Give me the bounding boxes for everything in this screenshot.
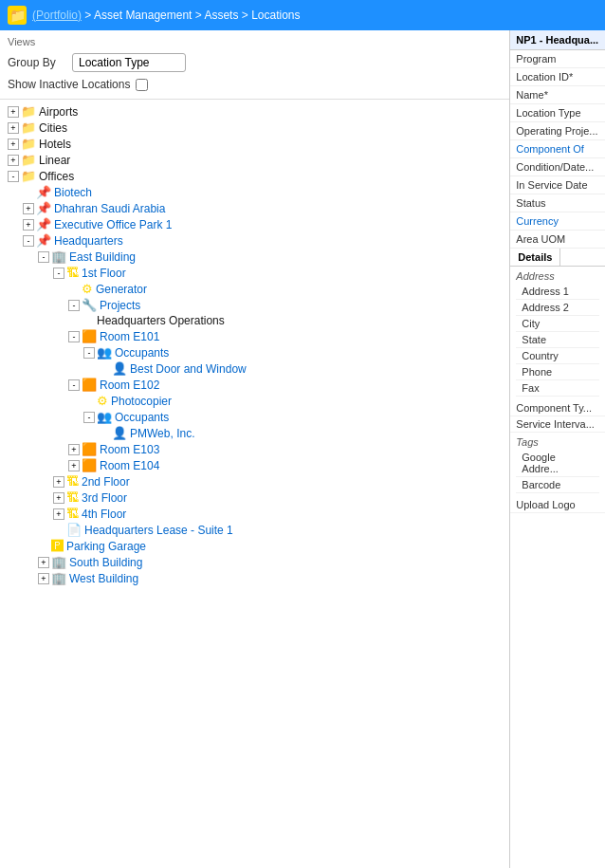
addr-field-phone: Phone	[516, 364, 599, 380]
show-inactive-row: Show Inactive Locations	[8, 76, 502, 95]
projects-icon: 🔧	[82, 298, 97, 312]
group-by-dropdown[interactable]: Location Type	[72, 53, 186, 72]
tree-item-projects1[interactable]: 🔧Projects	[0, 297, 509, 313]
folder-icon: 📁	[21, 169, 36, 183]
addr-field-address-1: Address 1	[516, 284, 599, 300]
tree-item-photocopier[interactable]: ⚙Photocopier	[0, 393, 509, 409]
tree-label-roome101: Room E101	[100, 330, 159, 343]
expand-btn[interactable]	[8, 171, 19, 182]
parking-icon: 🅿	[51, 539, 64, 553]
expand-btn[interactable]	[68, 460, 80, 471]
tree-item-roome103[interactable]: 🟧Room E103	[0, 441, 509, 457]
tree-item-linear[interactable]: 📁Linear	[0, 152, 509, 168]
expand-btn[interactable]	[38, 557, 49, 568]
addr-field-address-2: Address 2	[516, 300, 599, 316]
tree-label-occupants1: Occupants	[115, 346, 169, 360]
expand-btn[interactable]	[68, 444, 80, 455]
tree-label-eastbuilding: East Building	[69, 250, 136, 264]
tree-item-hq[interactable]: 📌Headquarters	[0, 232, 509, 249]
tree-item-airports[interactable]: 📁Airports	[0, 103, 509, 120]
tree-item-offices[interactable]: 📁Offices	[0, 168, 509, 184]
tree-item-roome104[interactable]: 🟧Room E104	[0, 457, 509, 473]
comp-field-service-interva---: Service Interva...	[510, 416, 605, 433]
field-name-: Name*	[510, 86, 605, 104]
tree-item-dhahran[interactable]: 📌Dhahran Saudi Arabia	[0, 200, 509, 216]
tree-item-westbuilding[interactable]: 🏢West Building	[0, 570, 509, 586]
expand-btn[interactable]	[38, 251, 49, 263]
tree-item-cities[interactable]: 📁Cities	[0, 120, 509, 136]
tree-item-roome102[interactable]: 🟧Room E102	[0, 377, 509, 393]
folder-icon: 📁	[8, 6, 27, 25]
tree-item-pmweb[interactable]: 👤PMWeb, Inc.	[0, 425, 509, 441]
tree-label-1stfloor: 1st Floor	[82, 267, 126, 280]
folder-icon: 📁	[21, 120, 36, 135]
tree-item-roome101[interactable]: 🟧Room E101	[0, 328, 509, 344]
expand-btn[interactable]	[8, 122, 19, 134]
tree-label-projects1: Projects	[100, 299, 140, 312]
tree-item-biotech[interactable]: 📌Biotech	[0, 184, 509, 200]
floor-icon: 🏗	[66, 507, 79, 521]
show-inactive-label: Show Inactive Locations	[8, 78, 130, 91]
breadcrumb-portfolio[interactable]: (Portfolio)	[32, 9, 82, 22]
tree-item-hotels[interactable]: 📁Hotels	[0, 136, 509, 152]
show-inactive-checkbox[interactable]	[136, 79, 148, 91]
field-component-of[interactable]: Component Of	[510, 140, 605, 158]
expand-btn[interactable]	[53, 492, 64, 504]
expand-btn[interactable]	[68, 379, 80, 391]
tag-field-google-addre---[interactable]: Google Addre...	[516, 450, 599, 477]
tree-label-2ndfloor: 2nd Floor	[82, 475, 130, 489]
tree-item-southbuilding[interactable]: 🏢South Building	[0, 554, 509, 570]
tree-item-4thfloor[interactable]: 🏗4th Floor	[0, 506, 509, 522]
expand-btn[interactable]	[23, 203, 34, 214]
expand-btn[interactable]	[23, 219, 34, 231]
tree-label-generator: Generator	[96, 283, 147, 296]
expand-btn[interactable]	[53, 268, 64, 279]
tree-label-dhahran: Dhahran Saudi Arabia	[54, 202, 165, 215]
field-program: Program	[510, 50, 605, 68]
field-location-type: Location Type	[510, 104, 605, 122]
tree-item-eastbuilding[interactable]: 🏢East Building	[0, 249, 509, 265]
tree-item-bestdoor[interactable]: 👤Best Door and Window	[0, 360, 509, 377]
tree-label-occupants2: Occupants	[115, 411, 169, 424]
gear-icon: ⚙	[82, 282, 93, 296]
tag-field-barcode[interactable]: Barcode	[516, 477, 599, 493]
tree-item-1stfloor[interactable]: 🏗1st Floor	[0, 265, 509, 281]
expand-btn[interactable]	[8, 139, 19, 150]
tree-item-hqops[interactable]: Headquarters Operations	[0, 313, 509, 328]
field-currency[interactable]: Currency	[510, 212, 605, 231]
expand-btn[interactable]	[8, 155, 19, 166]
tree-item-parkinggarage[interactable]: 🅿Parking Garage	[0, 538, 509, 554]
tree-label-linear: Linear	[39, 154, 70, 167]
upload-logo[interactable]: Upload Logo	[510, 497, 605, 513]
tree-item-occupants2[interactable]: 👥Occupants	[0, 409, 509, 425]
expand-btn[interactable]	[83, 347, 95, 359]
expand-btn[interactable]	[23, 235, 34, 247]
folder-icon: 📁	[21, 137, 36, 151]
tab-details[interactable]: Details	[510, 249, 560, 266]
expand-btn[interactable]	[8, 106, 19, 118]
expand-btn[interactable]	[83, 412, 95, 423]
tree-item-execoffice[interactable]: 📌Executive Office Park 1	[0, 216, 509, 232]
expand-btn[interactable]	[68, 300, 80, 311]
pin-icon: 📌	[36, 201, 51, 215]
expand-btn[interactable]	[53, 508, 64, 520]
field-area-uom: Area UOM	[510, 231, 605, 249]
tags-title: Tags	[516, 436, 599, 448]
tree-label-airports: Airports	[39, 105, 78, 119]
expand-btn[interactable]	[38, 573, 49, 584]
tree-label-cities: Cities	[39, 121, 67, 135]
addr-field-city: City	[516, 316, 599, 332]
expand-btn[interactable]	[68, 331, 80, 342]
tree-item-2ndfloor[interactable]: 🏗2nd Floor	[0, 473, 509, 489]
expand-btn[interactable]	[53, 476, 64, 488]
tree-item-hqlease[interactable]: 📄Headquarters Lease - Suite 1	[0, 522, 509, 538]
pin-icon: 📌	[36, 233, 51, 248]
tags-section: Tags Google Addre...Barcode	[510, 433, 605, 497]
field-condition-date---: Condition/Date...	[510, 158, 605, 176]
tree-label-offices: Offices	[39, 170, 74, 183]
floor-icon: 🏗	[66, 266, 79, 280]
tree-item-3rdfloor[interactable]: 🏗3rd Floor	[0, 489, 509, 506]
gear-icon: ⚙	[97, 394, 108, 408]
tree-item-occupants1[interactable]: 👥Occupants	[0, 344, 509, 360]
tree-item-generator[interactable]: ⚙Generator	[0, 281, 509, 297]
